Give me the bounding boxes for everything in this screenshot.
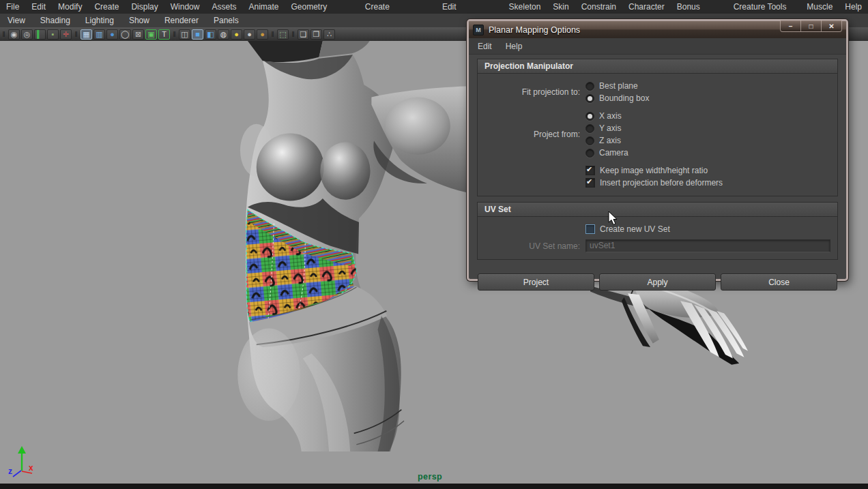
menu-skeleton[interactable]: Skeleton xyxy=(503,0,547,14)
create-new-uv-set-label[interactable]: Create new UV Set xyxy=(600,224,670,234)
bookmark-icon[interactable]: ▍ xyxy=(34,29,46,40)
maximize-button[interactable]: □ xyxy=(801,20,822,32)
panel-menu-renderer[interactable]: Renderer xyxy=(157,14,206,27)
apply-button[interactable]: Apply xyxy=(599,273,716,291)
project-from-z-axis-radio[interactable] xyxy=(585,136,594,145)
panel-menu-lighting[interactable]: Lighting xyxy=(78,14,121,27)
minimize-button[interactable]: – xyxy=(780,20,801,32)
uv-set-section: UV Set Create new UV Set UV Set name: uv… xyxy=(477,202,838,260)
main-menubar: FileEditModifyCreateDisplayWindowAssetsA… xyxy=(0,0,868,14)
fit-best-plane-radio[interactable] xyxy=(585,82,594,91)
panel-menu-show[interactable]: Show xyxy=(121,14,157,27)
menu-constrain[interactable]: Constrain xyxy=(575,0,622,14)
default-light-icon[interactable]: ● xyxy=(244,29,255,40)
dialog-menu-help[interactable]: Help xyxy=(506,42,523,51)
menu-display[interactable]: Display xyxy=(125,0,164,14)
safe-title-icon[interactable]: ▣ xyxy=(145,29,157,40)
fit-bounding-box-radio[interactable] xyxy=(585,94,594,103)
projection-manipulator-section: Projection Manipulator Fit projection to… xyxy=(477,59,838,196)
film-gate-icon[interactable]: ▥ xyxy=(93,29,105,40)
toolbar-separator: ‖ xyxy=(74,29,78,40)
close-button[interactable]: ✕ xyxy=(822,20,842,32)
xray-cube-icon[interactable]: ❑ xyxy=(298,29,309,40)
resolution-gate-icon[interactable]: ● xyxy=(106,29,118,40)
toolbar-separator: ‖ xyxy=(270,29,275,40)
menu-window[interactable]: Window xyxy=(164,0,206,14)
connections-icon[interactable]: ∴ xyxy=(323,29,335,40)
fit-projection-label: Fit projection to: xyxy=(478,87,585,97)
grid-plane-icon[interactable]: ▦ xyxy=(81,29,92,40)
wireframe-cube-icon[interactable]: ◫ xyxy=(179,29,190,40)
checker-sphere-icon[interactable]: ◍ xyxy=(218,29,229,40)
panel-menu-shading[interactable]: Shading xyxy=(33,14,78,27)
menu-skin[interactable]: Skin xyxy=(547,0,575,14)
menu-bonus-tools[interactable]: Bonus Tools xyxy=(671,0,727,14)
menu-modify[interactable]: Modify xyxy=(52,0,88,14)
shaded-cube-icon[interactable]: ■ xyxy=(192,29,203,40)
maya-app-icon: M xyxy=(473,25,484,35)
project-from-label: Project from: xyxy=(478,130,585,139)
create-new-uv-set-checkbox[interactable] xyxy=(585,224,595,234)
menu-muscle[interactable]: Muscle xyxy=(800,0,839,14)
keep-image-width-height-ratio-checkbox[interactable] xyxy=(585,166,595,175)
project-from-z-axis-label[interactable]: Z axis xyxy=(599,136,621,145)
menu-creature-tools[interactable]: Creature Tools © xyxy=(727,0,801,14)
project-from-x-axis-radio[interactable] xyxy=(585,112,594,121)
menu-file[interactable]: File xyxy=(0,0,25,14)
isolate-select-icon[interactable]: ⬚ xyxy=(277,29,289,40)
ambient-light-icon[interactable]: ● xyxy=(231,29,242,40)
safe-action-icon[interactable]: ⊠ xyxy=(132,29,144,40)
image-plane-icon[interactable]: ▪ xyxy=(47,29,59,40)
insert-projection-before-deformers-label[interactable]: Insert projection before deformers xyxy=(600,178,723,188)
xray-joints-icon[interactable]: ❐ xyxy=(310,29,322,40)
uv-set-name-label: UV Set name: xyxy=(478,241,585,251)
menu-assets[interactable]: Assets xyxy=(205,0,242,14)
project-button[interactable]: Project xyxy=(478,273,594,291)
toolbar-separator: ‖ xyxy=(291,29,295,40)
dialog-title: Planar Mapping Options xyxy=(489,25,580,35)
toolbar-separator: ‖ xyxy=(172,29,177,40)
fit-bounding-box-label[interactable]: Bounding box xyxy=(599,93,649,103)
textured-cube-icon[interactable]: ◧ xyxy=(205,29,216,40)
text-icon[interactable]: T xyxy=(158,29,170,40)
panel-menu-panels[interactable]: Panels xyxy=(206,14,246,27)
project-from-camera-label[interactable]: Camera xyxy=(599,148,628,158)
uv-set-header[interactable]: UV Set xyxy=(478,203,837,217)
project-from-x-axis-label[interactable]: X axis xyxy=(599,111,622,121)
project-from-y-axis-label[interactable]: Y axis xyxy=(599,123,621,133)
dialog-menubar: Edit Help xyxy=(469,38,846,55)
uv-set-name-input[interactable]: uvSet1 xyxy=(585,239,830,252)
menu-help[interactable]: Help xyxy=(839,0,868,14)
axis-z-label: z xyxy=(8,466,12,476)
move-tool-icon[interactable]: ✛ xyxy=(60,29,72,40)
dialog-titlebar[interactable]: M Planar Mapping Options – □ ✕ xyxy=(469,21,846,38)
textured-light-icon[interactable]: ● xyxy=(257,29,268,40)
project-from-camera-radio[interactable] xyxy=(585,149,594,158)
axis-orientation-widget: z x xyxy=(4,441,41,483)
axis-x-label: x xyxy=(29,463,33,473)
projection-manipulator-header[interactable]: Projection Manipulator xyxy=(478,59,837,74)
insert-projection-before-deformers-checkbox[interactable] xyxy=(585,178,595,188)
gate-mask-icon[interactable]: ◯ xyxy=(119,29,131,40)
project-from-y-axis-radio[interactable] xyxy=(585,124,594,133)
toolbar-separator: ‖ xyxy=(1,29,6,40)
menu-character[interactable]: Character xyxy=(622,0,671,14)
menu-create-deformers[interactable]: Create Deformers xyxy=(359,0,436,14)
menu-create[interactable]: Create xyxy=(88,0,125,14)
fit-best-plane-label[interactable]: Best plane xyxy=(599,81,638,91)
menu-edit[interactable]: Edit xyxy=(25,0,52,14)
planar-mapping-options-dialog: M Planar Mapping Options – □ ✕ Edit Help… xyxy=(467,19,848,281)
menu-geometry-cache[interactable]: Geometry Cache xyxy=(285,0,359,14)
camera-icon[interactable]: ◉ xyxy=(8,29,20,40)
menu-edit-deformers[interactable]: Edit Deformers xyxy=(436,0,503,14)
camera-name-label: persp xyxy=(418,472,442,481)
close-button[interactable]: Close xyxy=(721,273,837,291)
keep-image-width-height-ratio-label[interactable]: Keep image width/height ratio xyxy=(600,166,708,175)
camera-attributes-icon[interactable]: ◎ xyxy=(21,29,33,40)
menu-animate[interactable]: Animate xyxy=(242,0,285,14)
viewport-bottom-edge xyxy=(0,484,868,489)
panel-menu-view[interactable]: View xyxy=(0,14,33,27)
dialog-menu-edit[interactable]: Edit xyxy=(478,42,492,51)
